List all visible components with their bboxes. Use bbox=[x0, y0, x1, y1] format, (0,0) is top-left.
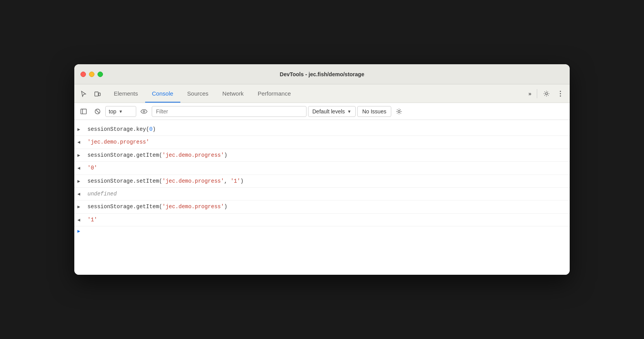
log-levels-button[interactable]: Default levels ▼ bbox=[308, 106, 356, 117]
traffic-lights bbox=[80, 72, 103, 77]
chevron-down-icon: ▼ bbox=[347, 109, 351, 114]
console-line: ◀ 'jec.demo.progress' bbox=[74, 136, 570, 149]
console-toolbar: top ▼ Default levels ▼ No Issues bbox=[74, 103, 570, 120]
maximize-button[interactable] bbox=[98, 72, 103, 77]
title-bar: DevTools - jec.fish/demo/storage bbox=[74, 64, 570, 84]
console-code: sessionStorage.getItem('jec.demo.progres… bbox=[87, 202, 564, 211]
svg-line-10 bbox=[96, 110, 99, 113]
svg-point-12 bbox=[398, 110, 400, 112]
context-selector[interactable]: top ▼ bbox=[105, 106, 136, 117]
output-arrow: ◀ bbox=[77, 139, 85, 146]
svg-point-4 bbox=[560, 91, 561, 92]
settings-gear-icon bbox=[396, 108, 402, 115]
input-arrow: ▶ bbox=[77, 126, 85, 134]
console-code: sessionStorage.key(0) bbox=[87, 125, 564, 134]
clear-console-button[interactable] bbox=[91, 105, 104, 118]
devtools-settings-button[interactable] bbox=[540, 87, 553, 100]
svg-rect-7 bbox=[81, 109, 86, 114]
svg-point-6 bbox=[560, 95, 561, 96]
input-arrow: ▶ bbox=[77, 178, 85, 185]
tab-bar-icons bbox=[77, 87, 104, 100]
cursor-icon bbox=[80, 90, 87, 97]
settings-gear-icon bbox=[543, 90, 550, 97]
output-arrow: ◀ bbox=[77, 191, 85, 198]
console-output: ▶ sessionStorage.key(0) ◀ 'jec.demo.prog… bbox=[74, 120, 570, 275]
ban-icon bbox=[94, 108, 101, 115]
tab-elements[interactable]: Elements bbox=[107, 84, 145, 103]
console-line: ◀ '1' bbox=[74, 214, 570, 226]
console-code: '1' bbox=[87, 216, 564, 224]
console-code: sessionStorage.setItem('jec.demo.progres… bbox=[87, 177, 564, 185]
sidebar-icon bbox=[80, 108, 87, 115]
issues-button[interactable]: No Issues bbox=[357, 106, 391, 117]
console-line: ▶ sessionStorage.setItem('jec.demo.progr… bbox=[74, 175, 570, 188]
vertical-dots-icon bbox=[560, 90, 561, 98]
filter-input[interactable] bbox=[152, 106, 307, 117]
console-line: ▶ sessionStorage.getItem('jec.demo.progr… bbox=[74, 149, 570, 162]
eye-icon bbox=[140, 108, 147, 115]
device-icon bbox=[94, 90, 101, 97]
output-arrow: ◀ bbox=[77, 217, 85, 224]
select-element-button[interactable] bbox=[77, 87, 90, 100]
console-line: ◀ '0' bbox=[74, 162, 570, 175]
window-title: DevTools - jec.fish/demo/storage bbox=[280, 71, 364, 77]
minimize-button[interactable] bbox=[89, 72, 94, 77]
issues-label: No Issues bbox=[362, 108, 386, 115]
chevron-down-icon: ▼ bbox=[118, 109, 123, 114]
console-code: '0' bbox=[87, 164, 564, 172]
live-expressions-button[interactable] bbox=[138, 105, 150, 118]
more-options-button[interactable] bbox=[554, 87, 567, 100]
context-label: top bbox=[109, 108, 116, 115]
tab-bar-right: » bbox=[526, 87, 567, 100]
svg-point-5 bbox=[560, 93, 561, 94]
console-code: undefined bbox=[87, 190, 564, 198]
levels-label: Default levels bbox=[312, 108, 345, 115]
input-arrow: ▶ bbox=[77, 204, 85, 211]
console-line: ▶ sessionStorage.key(0) bbox=[74, 123, 570, 136]
svg-point-3 bbox=[545, 92, 547, 94]
sidebar-toggle-button[interactable] bbox=[77, 105, 90, 118]
console-input-line[interactable]: ▶ bbox=[74, 226, 570, 236]
tab-sources[interactable]: Sources bbox=[180, 84, 216, 103]
close-button[interactable] bbox=[80, 72, 86, 77]
devtools-window: DevTools - jec.fish/demo/storage Element… bbox=[74, 64, 570, 275]
console-code: 'jec.demo.progress' bbox=[87, 138, 564, 146]
input-arrow: ▶ bbox=[77, 152, 85, 159]
tabs: Elements Console Sources Network Perform… bbox=[107, 84, 526, 103]
console-code: sessionStorage.getItem('jec.demo.progres… bbox=[87, 151, 564, 159]
console-line: ◀ undefined bbox=[74, 188, 570, 200]
device-toggle-button[interactable] bbox=[91, 87, 104, 100]
output-arrow: ◀ bbox=[77, 165, 85, 172]
more-tabs-button[interactable]: » bbox=[526, 89, 534, 98]
console-settings-button[interactable] bbox=[393, 105, 405, 118]
svg-point-11 bbox=[143, 110, 145, 112]
svg-rect-2 bbox=[99, 93, 101, 96]
tab-performance[interactable]: Performance bbox=[251, 84, 298, 103]
tab-console[interactable]: Console bbox=[145, 84, 180, 103]
tab-bar: Elements Console Sources Network Perform… bbox=[74, 84, 570, 103]
svg-rect-1 bbox=[95, 92, 98, 96]
prompt-arrow: ▶ bbox=[77, 228, 85, 234]
console-line: ▶ sessionStorage.getItem('jec.demo.progr… bbox=[74, 200, 570, 213]
tab-network[interactable]: Network bbox=[216, 84, 251, 103]
divider bbox=[537, 89, 537, 98]
